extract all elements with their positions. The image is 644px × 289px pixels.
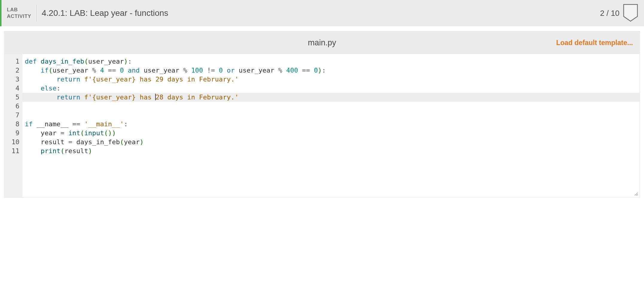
code-content[interactable]: def days_in_feb(user_year): if(user_year… (22, 54, 640, 197)
shield-badge-icon (623, 4, 638, 22)
line-number-gutter: 1234567891011 (4, 54, 22, 197)
lab-score: 2 / 10 (600, 9, 619, 18)
line-number: 1 (9, 57, 19, 66)
resize-handle-icon[interactable] (634, 192, 638, 196)
text-cursor (155, 94, 156, 100)
lab-activity-label: LAB ACTIVITY (1, 7, 36, 20)
svg-line-0 (635, 193, 638, 196)
line-number: 3 (9, 75, 19, 84)
code-line[interactable]: print(result) (22, 147, 640, 156)
line-number: 2 (9, 66, 19, 75)
line-number: 9 (9, 129, 19, 138)
code-line[interactable] (22, 111, 640, 120)
line-number: 6 (9, 102, 19, 111)
file-header: main.py Load default template... (4, 31, 640, 54)
svg-line-2 (637, 195, 638, 196)
line-number: 4 (9, 84, 19, 93)
code-line[interactable] (22, 102, 640, 111)
lab-label-line1: LAB (7, 7, 31, 13)
code-line[interactable]: if(user_year % 4 == 0 and user_year % 10… (22, 66, 640, 75)
line-number: 8 (9, 120, 19, 129)
code-line[interactable]: result = days_in_feb(year) (22, 138, 640, 147)
line-number: 10 (9, 138, 19, 147)
code-line[interactable]: else: (22, 84, 640, 93)
code-editor: main.py Load default template... 1234567… (4, 31, 640, 198)
file-name: main.py (308, 38, 336, 47)
load-default-template-button[interactable]: Load default template... (556, 39, 633, 47)
line-number: 7 (9, 111, 19, 120)
lab-container: LAB ACTIVITY 4.20.1: LAB: Leap year - fu… (0, 0, 644, 198)
line-number: 11 (9, 147, 19, 156)
lab-title: 4.20.1: LAB: Leap year - functions (42, 8, 600, 18)
line-number: 5 (9, 93, 19, 102)
code-line[interactable]: year = int(input()) (22, 129, 640, 138)
code-line[interactable]: def days_in_feb(user_year): (22, 57, 640, 66)
lab-header: LAB ACTIVITY 4.20.1: LAB: Leap year - fu… (0, 0, 644, 26)
code-line[interactable]: return f'{user_year} has 29 days in Febr… (22, 75, 640, 84)
header-divider (36, 5, 37, 21)
code-area[interactable]: 1234567891011 def days_in_feb(user_year)… (4, 54, 640, 197)
code-line[interactable]: if __name__ == '__main__': (22, 120, 640, 129)
lab-label-line2: ACTIVITY (7, 13, 31, 20)
code-line[interactable]: return f'{user_year} has 28 days in Febr… (22, 93, 640, 102)
